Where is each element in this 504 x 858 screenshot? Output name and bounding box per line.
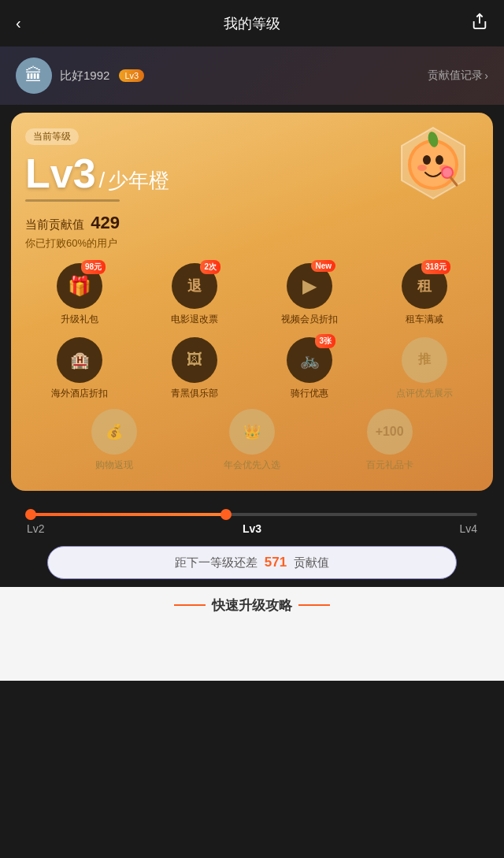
benefit-icon-wrap: 推 — [402, 337, 447, 383]
next-level-text-after: 贡献值 — [294, 555, 329, 569]
next-level-value: 571 — [265, 555, 287, 570]
benefit-icon-wrap: 🎁 98元 — [57, 263, 102, 309]
level-badge: Lv3 — [119, 69, 144, 82]
benefit-hotel[interactable]: 🏨 海外酒店折扣 — [25, 337, 134, 400]
progress-section: Lv2 Lv3 Lv4 — [11, 505, 493, 540]
dash-right — [298, 604, 330, 606]
giftcard-label: 百元礼品卡 — [366, 459, 413, 472]
benefit-upgrade-gift[interactable]: 🎁 98元 升级礼包 — [25, 263, 134, 326]
benefits-row1: 🎁 98元 升级礼包 退 2次 电影退改票 ▶ New 视频会员折扣 租 3 — [25, 263, 479, 326]
club-icon: 🖼 — [172, 337, 217, 383]
hotel-label: 海外酒店折扣 — [51, 388, 108, 400]
car-badge: 318元 — [421, 260, 450, 274]
benefit-icon-wrap: 租 318元 — [402, 263, 447, 309]
video-label: 视频会员折扣 — [281, 314, 338, 326]
next-level-text-before: 距下一等级还差 — [175, 555, 258, 569]
review-label: 点评优先展示 — [396, 388, 453, 400]
level-name-text: 少年橙 — [108, 167, 169, 195]
cashback-icon: 💰 — [91, 409, 137, 455]
level-number: Lv3 — [25, 153, 96, 194]
contrib-value: 429 — [91, 213, 120, 232]
review-icon: 推 — [402, 337, 447, 383]
club-label: 青黑俱乐部 — [171, 388, 218, 400]
next-level-bar: 距下一等级还差 571 贡献值 — [47, 546, 457, 579]
benefit-giftcard[interactable]: +100 百元礼品卡 — [324, 409, 455, 472]
benefit-icon-wrap: +100 — [367, 409, 413, 455]
benefit-icon-wrap: 💰 — [91, 409, 137, 455]
annual-icon: 👑 — [229, 409, 275, 455]
progress-dot-mid — [220, 509, 232, 520]
mascot — [394, 124, 480, 210]
user-details: 比好1992 Lv3 — [60, 69, 144, 84]
benefit-annual[interactable]: 👑 年会优先入选 — [187, 409, 318, 472]
svg-point-12 — [443, 168, 452, 177]
level-underline — [25, 199, 120, 202]
level-slash: / — [99, 168, 106, 193]
user-bar: 🏛 比好1992 Lv3 贡献值记录 › — [0, 46, 504, 105]
contribution-link-text: 贡献值记录 — [428, 69, 483, 83]
cycling-label: 骑行优惠 — [291, 388, 328, 400]
user-info: 🏛 比好1992 Lv3 — [16, 58, 144, 94]
svg-point-8 — [417, 165, 427, 171]
benefit-cashback[interactable]: 💰 购物返现 — [49, 409, 180, 472]
giftcard-icon: +100 — [367, 409, 413, 455]
car-label: 租车满减 — [406, 314, 443, 326]
cycling-badge: 3张 — [315, 334, 335, 348]
svg-point-5 — [411, 143, 455, 187]
movie-label: 电影退改票 — [171, 314, 218, 326]
username: 比好1992 — [60, 69, 109, 84]
svg-point-6 — [423, 155, 431, 165]
quick-upgrade-section: 快速升级攻略 — [0, 587, 504, 618]
contribution-arrow: › — [484, 69, 488, 82]
gift-badge: 98元 — [81, 260, 106, 274]
share-button[interactable] — [471, 13, 488, 34]
svg-point-7 — [435, 155, 443, 165]
benefit-icon-wrap: 🏨 — [57, 337, 102, 383]
annual-label: 年会优先入选 — [224, 459, 280, 472]
contribution-link[interactable]: 贡献值记录 › — [428, 69, 488, 83]
level-lv4: Lv4 — [459, 522, 477, 535]
contribution-row: 当前贡献值 429 — [25, 213, 479, 233]
progress-fill — [27, 513, 229, 516]
bottom-area — [0, 618, 504, 681]
benefit-video[interactable]: ▶ New 视频会员折扣 — [255, 263, 364, 326]
level-lv3: Lv3 — [243, 522, 261, 535]
benefit-club[interactable]: 🖼 青黑俱乐部 — [140, 337, 249, 400]
quick-upgrade-title: 快速升级攻略 — [212, 596, 292, 615]
benefits-row3: 💰 购物返现 👑 年会优先入选 +100 百元礼品卡 — [25, 409, 479, 472]
progress-track — [27, 513, 477, 516]
progress-dot-start — [25, 509, 36, 520]
current-level-label: 当前等级 — [25, 128, 79, 145]
svg-text:🏛: 🏛 — [25, 65, 43, 85]
video-new-badge: New — [311, 260, 335, 272]
movie-badge: 2次 — [200, 260, 220, 274]
progress-levels: Lv2 Lv3 Lv4 — [11, 516, 493, 535]
page-title: 我的等级 — [224, 14, 280, 33]
benefit-icon-wrap: ▶ New — [287, 263, 332, 309]
benefits-row2: 🏨 海外酒店折扣 🖼 青黑俱乐部 🚲 3张 骑行优惠 推 点评优先展示 — [25, 337, 479, 400]
dash-left — [174, 604, 206, 606]
header: ‹ 我的等级 — [0, 0, 504, 46]
benefit-icon-wrap: 🖼 — [172, 337, 217, 383]
hotel-icon: 🏨 — [57, 337, 102, 383]
benefit-movie[interactable]: 退 2次 电影退改票 — [140, 263, 249, 326]
back-button[interactable]: ‹ — [16, 14, 21, 32]
contrib-label: 当前贡献值 — [25, 217, 84, 231]
benefit-icon-wrap: 👑 — [229, 409, 275, 455]
benefit-review[interactable]: 推 点评优先展示 — [370, 337, 479, 400]
progress-hint: 你已打败60%的用户 — [25, 236, 479, 251]
benefit-car[interactable]: 租 318元 租车满减 — [370, 263, 479, 326]
benefit-icon-wrap: 退 2次 — [172, 263, 217, 309]
progress-bar — [11, 513, 493, 516]
benefit-icon-wrap: 🚲 3张 — [287, 337, 332, 383]
benefit-cycling[interactable]: 🚲 3张 骑行优惠 — [255, 337, 364, 400]
cashback-label: 购物返现 — [95, 459, 133, 472]
level-lv2: Lv2 — [27, 522, 45, 535]
avatar: 🏛 — [16, 58, 52, 94]
gift-label: 升级礼包 — [61, 314, 98, 326]
level-card: 当前等级 Lv3 / 少年橙 — [11, 113, 493, 491]
